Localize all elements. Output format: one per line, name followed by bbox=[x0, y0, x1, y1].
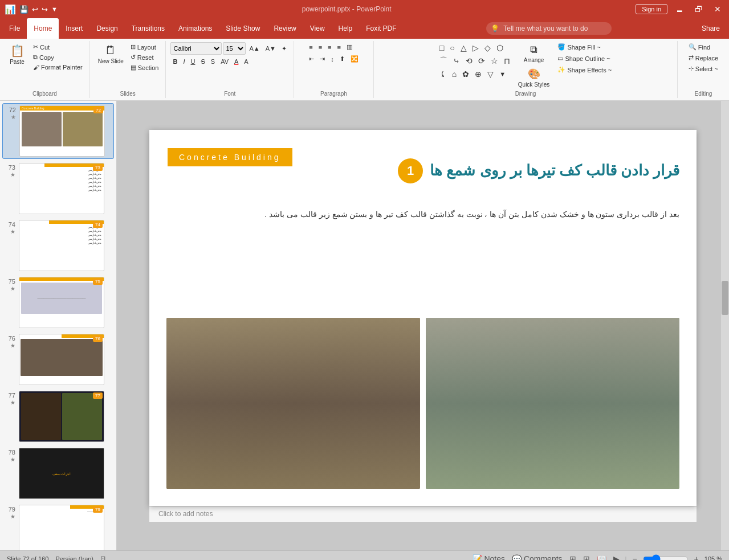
italic-button[interactable]: I bbox=[181, 57, 187, 66]
slide-thumbnail-75[interactable]: 75 ★ ─────────────── 75 bbox=[2, 275, 114, 330]
shape-btn-1[interactable]: □ bbox=[437, 42, 446, 54]
menu-foxit[interactable]: Foxit PDF bbox=[359, 18, 403, 39]
select-button[interactable]: ⊹ Select ~ bbox=[686, 64, 720, 73]
indent-decrease-button[interactable]: ⇤ bbox=[307, 54, 316, 64]
shape-btn-8[interactable]: ⤷ bbox=[451, 55, 462, 67]
slide-thumbnail-73[interactable]: 73 ★ متن فارسیمتن فارسیمتن فارسیمتن فارس… bbox=[2, 161, 114, 216]
line-spacing-button[interactable]: ↕ bbox=[328, 55, 336, 64]
menu-help[interactable]: Help bbox=[332, 18, 360, 39]
shape-btn-9[interactable]: ⟲ bbox=[463, 55, 475, 67]
align-center-button[interactable]: ≡ bbox=[316, 43, 324, 52]
shape-btn-11[interactable]: ☆ bbox=[488, 55, 500, 67]
restore-button[interactable]: 🗗 bbox=[691, 3, 706, 15]
quick-access-undo[interactable]: ↩ bbox=[32, 5, 38, 14]
align-right-button[interactable]: ≡ bbox=[325, 43, 333, 52]
shape-btn-6[interactable]: ⬡ bbox=[494, 42, 506, 54]
shape-btn-17[interactable]: ▽ bbox=[485, 68, 496, 80]
shape-outline-button[interactable]: ▭ Shape Outline ~ bbox=[555, 54, 614, 63]
slide-thumbnail-72[interactable]: 72 ★ Concrete Building 72 bbox=[2, 103, 114, 159]
new-slide-button[interactable]: 🗒 New Slide bbox=[95, 42, 127, 66]
arrange-button[interactable]: ⧉ Arrange bbox=[515, 42, 553, 65]
slide-thumbnail-77[interactable]: 77 ★ 77 bbox=[2, 389, 114, 444]
convert-to-smartart-button[interactable]: 🔀 bbox=[348, 54, 361, 64]
shape-btn-15[interactable]: ✿ bbox=[460, 68, 471, 80]
slide-thumbnail-79[interactable]: 79 ★ ————— 79 bbox=[2, 503, 114, 550]
zoom-out-button[interactable]: − bbox=[631, 553, 638, 561]
cut-button[interactable]: ✂ Cut bbox=[31, 42, 85, 52]
minimize-button[interactable]: 🗕 bbox=[672, 3, 687, 15]
align-left-button[interactable]: ≡ bbox=[307, 43, 315, 52]
shape-btn-4[interactable]: ▷ bbox=[470, 42, 481, 54]
sign-in-button[interactable]: Sign in bbox=[636, 4, 667, 14]
increase-font-button[interactable]: A▲ bbox=[247, 44, 262, 53]
canvas-vscroll[interactable] bbox=[721, 101, 729, 550]
font-color-button[interactable]: A bbox=[232, 57, 241, 66]
shape-btn-14[interactable]: ⌂ bbox=[450, 68, 459, 80]
shape-btn-16[interactable]: ⊕ bbox=[473, 68, 484, 80]
comments-toggle[interactable]: 💬 Comments bbox=[511, 553, 564, 561]
shape-btn-10[interactable]: ⟳ bbox=[476, 55, 487, 67]
notes-toggle[interactable]: 📝 Notes bbox=[471, 553, 506, 561]
quick-styles-button[interactable]: 🎨 Quick Styles bbox=[515, 66, 553, 89]
shape-effects-button[interactable]: ✨ Shape Effects ~ bbox=[555, 65, 614, 75]
menu-design[interactable]: Design bbox=[89, 18, 124, 39]
zoom-in-button[interactable]: + bbox=[693, 553, 700, 561]
text-direction-button[interactable]: ⬆ bbox=[337, 54, 347, 64]
quick-access-customize[interactable]: ▼ bbox=[51, 6, 58, 13]
shape-btn-2[interactable]: ○ bbox=[447, 42, 457, 54]
normal-view-button[interactable]: ⊞ bbox=[568, 553, 577, 561]
share-button[interactable]: Share bbox=[695, 18, 727, 39]
paste-button[interactable]: 📋 Paste bbox=[5, 42, 30, 67]
menu-file[interactable]: File bbox=[2, 18, 27, 39]
font-family-select[interactable]: Calibri bbox=[170, 42, 222, 55]
shape-btn-12[interactable]: ⊓ bbox=[502, 55, 512, 67]
tell-me-input[interactable] bbox=[486, 22, 612, 35]
shape-fill-button[interactable]: 🪣 Shape Fill ~ bbox=[555, 42, 614, 52]
shape-btn-3[interactable]: △ bbox=[458, 42, 469, 54]
replace-button[interactable]: ⇄ Replace bbox=[686, 53, 720, 63]
slide-sorter-button[interactable]: ⊞ bbox=[582, 553, 591, 561]
font-size-select[interactable]: 15 bbox=[223, 42, 246, 55]
shape-btn-13[interactable]: ⤹ bbox=[437, 68, 449, 80]
zoom-slider[interactable] bbox=[643, 554, 689, 561]
menu-home[interactable]: Home bbox=[27, 18, 59, 39]
shape-btn-more[interactable]: ▼ bbox=[497, 68, 508, 80]
quick-access-redo[interactable]: ↪ bbox=[42, 5, 48, 14]
slide-thumbnail-78[interactable]: 78 ★ اجرات سقف bbox=[2, 446, 114, 501]
menu-view[interactable]: View bbox=[303, 18, 332, 39]
shape-btn-5[interactable]: ◇ bbox=[482, 42, 493, 54]
reset-button[interactable]: ↺ Reset bbox=[128, 52, 161, 62]
notes-add-area[interactable]: Click to add notes bbox=[149, 506, 697, 522]
columns-button[interactable]: ▥ bbox=[344, 42, 355, 52]
thumb-img-left-72 bbox=[22, 112, 62, 146]
slideshow-button[interactable]: ▶ bbox=[612, 553, 621, 561]
quick-access-save[interactable]: 💾 bbox=[19, 5, 28, 14]
shape-btn-7[interactable]: ⌒ bbox=[437, 55, 450, 67]
menu-transitions[interactable]: Transitions bbox=[125, 18, 172, 39]
slide-thumbnail-76[interactable]: 76 ★ 76 bbox=[2, 332, 114, 387]
menu-slideshow[interactable]: Slide Show bbox=[219, 18, 267, 39]
section-button[interactable]: ▤ Section bbox=[128, 63, 161, 72]
char-spacing-button[interactable]: AV bbox=[218, 57, 231, 66]
strikethrough-button[interactable]: S bbox=[198, 57, 207, 66]
format-painter-button[interactable]: 🖌 Format Painter bbox=[31, 63, 85, 72]
font-highlight-button[interactable]: A bbox=[242, 57, 250, 66]
underline-button[interactable]: U bbox=[189, 57, 198, 66]
slide-panel[interactable]: 72 ★ Concrete Building 72 73 bbox=[0, 101, 117, 550]
layout-button[interactable]: ⊞ Layout bbox=[128, 42, 161, 52]
indent-increase-button[interactable]: ⇥ bbox=[317, 54, 327, 64]
menu-insert[interactable]: Insert bbox=[59, 18, 89, 39]
decrease-font-button[interactable]: A▼ bbox=[263, 44, 278, 53]
slide-thumbnail-74[interactable]: 74 ★ متن فارسیمتن فارسیمتن فارسیمتن فارس… bbox=[2, 218, 114, 273]
reading-view-button[interactable]: 📖 bbox=[596, 553, 608, 561]
shadow-button[interactable]: S bbox=[209, 57, 217, 66]
close-button[interactable]: ✕ bbox=[711, 3, 724, 15]
copy-button[interactable]: ⧉ Copy bbox=[31, 52, 85, 62]
clear-format-button[interactable]: ✦ bbox=[279, 44, 289, 54]
find-button[interactable]: 🔍 Find bbox=[686, 42, 712, 52]
menu-review[interactable]: Review bbox=[267, 18, 303, 39]
bold-button[interactable]: B bbox=[170, 57, 180, 66]
justify-button[interactable]: ≡ bbox=[335, 43, 343, 52]
menu-animations[interactable]: Animations bbox=[172, 18, 219, 39]
canvas-vscroll-thumb[interactable] bbox=[722, 281, 728, 315]
